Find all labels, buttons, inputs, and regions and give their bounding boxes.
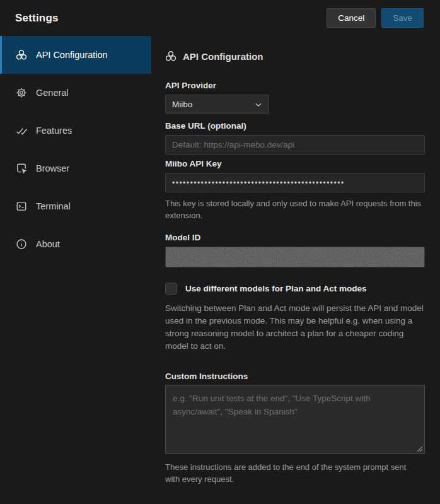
gear-icon xyxy=(16,87,27,98)
redaction-noise xyxy=(166,247,424,267)
sidebar-item-label: Terminal xyxy=(36,201,71,211)
plan-act-help-text: Switching between Plan and Act mode will… xyxy=(165,302,425,353)
custom-instructions-label: Custom Instructions xyxy=(165,372,425,381)
info-icon xyxy=(16,238,27,250)
chevron-down-icon xyxy=(254,100,263,109)
custom-instructions-help-text: These instructions are added to the end … xyxy=(165,461,417,485)
resize-handle-icon[interactable] xyxy=(417,446,423,452)
api-icon xyxy=(165,50,177,62)
model-id-label: Model ID xyxy=(165,233,425,242)
api-key-help-text: This key is stored locally and only used… xyxy=(165,197,425,221)
api-configuration-panel: API Configuration API Provider Miibo Bas… xyxy=(151,36,440,504)
custom-instructions-textarea[interactable] xyxy=(165,385,425,454)
sidebar-item-label: Browser xyxy=(36,163,69,173)
sidebar-item-label: About xyxy=(36,239,60,249)
sidebar-item-browser[interactable]: Browser xyxy=(0,149,151,187)
double-check-icon xyxy=(16,125,27,136)
api-provider-selected-value: Miibo xyxy=(172,100,192,109)
page-title: Settings xyxy=(15,12,59,25)
api-provider-select[interactable]: Miibo xyxy=(165,95,269,114)
base-url-input[interactable] xyxy=(165,135,425,155)
sidebar-item-general[interactable]: General xyxy=(0,74,151,112)
terminal-icon xyxy=(16,201,27,212)
header-actions: Cancel Save xyxy=(327,8,424,28)
section-header: API Configuration xyxy=(165,50,425,62)
sidebar-item-about[interactable]: About xyxy=(0,225,151,263)
api-provider-label: API Provider xyxy=(165,81,425,90)
settings-sidebar: API Configuration General Features Brows… xyxy=(0,36,151,504)
browser-inspect-icon xyxy=(16,163,27,174)
base-url-label: Base URL (optional) xyxy=(165,121,425,131)
model-id-input-redacted[interactable] xyxy=(165,247,425,267)
sidebar-item-features[interactable]: Features xyxy=(0,112,151,149)
section-title: API Configuration xyxy=(183,51,263,62)
sidebar-item-label: API Configuration xyxy=(36,50,108,60)
sidebar-item-label: General xyxy=(36,88,69,98)
api-icon xyxy=(16,49,27,61)
api-key-label: Miibo API Key xyxy=(165,159,425,168)
plan-act-checkbox[interactable] xyxy=(165,283,177,295)
save-button[interactable]: Save xyxy=(381,8,424,28)
settings-header: Settings Cancel Save xyxy=(0,0,440,36)
sidebar-item-terminal[interactable]: Terminal xyxy=(0,187,151,225)
plan-act-checkbox-row: Use different models for Plan and Act mo… xyxy=(165,283,425,295)
cancel-button[interactable]: Cancel xyxy=(327,8,376,28)
api-key-input[interactable] xyxy=(165,173,425,192)
sidebar-item-api-configuration[interactable]: API Configuration xyxy=(0,36,151,74)
plan-act-checkbox-label[interactable]: Use different models for Plan and Act mo… xyxy=(185,284,367,293)
sidebar-item-label: Features xyxy=(36,126,72,136)
